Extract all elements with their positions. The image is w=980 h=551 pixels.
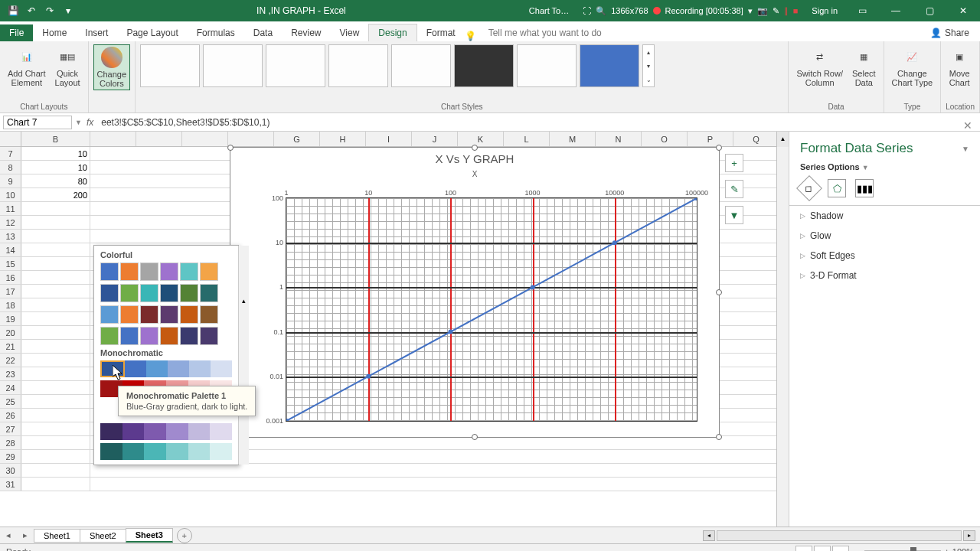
save-icon[interactable]: 💾 — [5, 2, 21, 19]
fill-line-tab-icon[interactable]: ◇ — [796, 175, 822, 201]
tab-insert[interactable]: Insert — [76, 24, 117, 41]
cell[interactable] — [21, 340, 90, 353]
cell[interactable] — [21, 422, 90, 435]
tab-view[interactable]: View — [331, 24, 369, 41]
effects-tab-icon[interactable]: ⬠ — [828, 179, 846, 197]
cell[interactable] — [21, 230, 90, 243]
move-chart-button[interactable]: ▣ Move Chart — [946, 44, 973, 89]
cell[interactable] — [21, 271, 90, 284]
sign-in-button[interactable]: Sign in — [804, 6, 845, 15]
row-header[interactable]: 16 — [0, 271, 21, 284]
ribbon-options-icon[interactable]: ▭ — [845, 0, 879, 21]
switch-row-column-button[interactable]: ⇄ Switch Row/ Column — [793, 44, 846, 89]
series-options-tab-icon[interactable]: ▮▮▮ — [855, 179, 874, 197]
row-header[interactable]: 8 — [0, 161, 21, 174]
row-header[interactable]: 23 — [0, 367, 21, 380]
row-header[interactable]: 10 — [0, 188, 21, 201]
mono-palette-item[interactable] — [188, 423, 211, 440]
chart-style-8[interactable] — [580, 44, 639, 87]
chart-style-3[interactable] — [266, 44, 325, 87]
row-header[interactable]: 26 — [0, 409, 21, 422]
mono-palette-item[interactable] — [125, 360, 146, 377]
col-header-B[interactable]: B — [21, 132, 90, 146]
tab-formulas[interactable]: Formulas — [188, 24, 244, 41]
col-header-Q[interactable]: Q — [733, 132, 779, 146]
col-header-O[interactable]: O — [642, 132, 688, 146]
row-header[interactable]: 28 — [0, 436, 21, 449]
row-header[interactable]: 7 — [0, 147, 21, 160]
redo-icon[interactable]: ↷ — [41, 2, 58, 19]
mono-palette-item[interactable] — [210, 443, 232, 460]
col-header-F[interactable] — [228, 132, 274, 146]
row-header[interactable]: 20 — [0, 326, 21, 339]
color-swatch[interactable] — [120, 262, 139, 281]
color-swatch[interactable] — [160, 262, 178, 281]
color-swatch[interactable] — [100, 327, 119, 345]
sheet-nav-prev[interactable]: ◂ — [0, 530, 17, 540]
chart-handle-nw[interactable] — [227, 145, 234, 151]
chart-handle-n[interactable] — [472, 145, 478, 151]
cell[interactable] — [21, 326, 90, 339]
row-header[interactable]: 24 — [0, 381, 21, 394]
chart-filter-fab[interactable]: ▼ — [725, 206, 743, 224]
name-box-dropdown-icon[interactable]: ▼ — [75, 119, 82, 126]
color-swatch[interactable] — [160, 284, 178, 302]
col-header-I[interactable]: I — [366, 132, 412, 146]
row-header[interactable]: 15 — [0, 257, 21, 270]
mono-palette-1[interactable] — [100, 360, 125, 377]
mono-palette-item[interactable] — [189, 360, 211, 377]
col-header-N[interactable]: N — [596, 132, 642, 146]
cell[interactable] — [21, 464, 90, 477]
chart-handle-s[interactable] — [472, 434, 478, 440]
color-swatch[interactable] — [140, 284, 158, 302]
col-header-K[interactable]: K — [458, 132, 504, 146]
glow-option[interactable]: ▷Glow — [789, 226, 980, 246]
qat-customize-icon[interactable]: ▾ — [60, 2, 77, 19]
mono-palette-item[interactable] — [188, 443, 211, 460]
color-swatch[interactable] — [200, 284, 218, 302]
name-box[interactable]: Chart 7 — [3, 116, 72, 129]
row-header[interactable]: 19 — [0, 312, 21, 325]
mono-palette-item[interactable] — [100, 443, 122, 460]
col-header-E[interactable] — [182, 132, 228, 146]
add-chart-element-button[interactable]: 📊 Add Chart Element — [5, 44, 49, 89]
mono-palette-item[interactable] — [144, 443, 166, 460]
sheet-tab-2[interactable]: Sheet2 — [80, 529, 126, 543]
chart-styles-fab[interactable]: ✎ — [725, 180, 743, 198]
row-header[interactable]: 11 — [0, 202, 21, 215]
chart-series-line[interactable] — [286, 198, 697, 421]
mono-palette-item[interactable] — [100, 423, 122, 440]
row-header[interactable]: 18 — [0, 298, 21, 311]
color-swatch[interactable] — [140, 327, 158, 345]
shadow-option[interactable]: ▷Shadow — [789, 206, 980, 226]
mono-palette-item[interactable] — [168, 360, 189, 377]
cell[interactable] — [21, 354, 90, 367]
color-swatch[interactable] — [140, 262, 158, 281]
hscroll-right[interactable]: ▸ — [963, 530, 975, 541]
hscroll-left[interactable]: ◂ — [703, 530, 715, 541]
chart-style-6[interactable] — [454, 44, 514, 87]
vscroll-up[interactable]: ▲ — [776, 132, 789, 147]
cell[interactable] — [21, 298, 90, 311]
mono-palette-item[interactable] — [122, 443, 145, 460]
col-header-G[interactable]: G — [274, 132, 320, 146]
vertical-scrollbar[interactable] — [776, 147, 789, 527]
row-header[interactable]: 30 — [0, 464, 21, 477]
row-header[interactable]: 12 — [0, 216, 21, 229]
col-header-M[interactable]: M — [550, 132, 596, 146]
cell[interactable]: 80 — [21, 174, 90, 187]
color-swatch[interactable] — [200, 305, 218, 324]
tab-page-layout[interactable]: Page Layout — [117, 24, 187, 41]
cell[interactable] — [21, 436, 90, 449]
col-header-L[interactable]: L — [504, 132, 550, 146]
chart-plot-area[interactable]: 1 10 100 1000 10000 100000 100 10 1 0.1 … — [286, 197, 697, 422]
row-header[interactable]: 31 — [0, 478, 21, 491]
col-header-H[interactable]: H — [320, 132, 366, 146]
change-chart-type-button[interactable]: 📈 Change Chart Type — [889, 44, 936, 89]
tell-me-input[interactable]: Tell me what you want to do — [479, 24, 920, 41]
quick-layout-button[interactable]: ▦▤ Quick Layout — [52, 44, 83, 89]
chart-style-scroll[interactable]: ▴▾⌄ — [642, 44, 655, 87]
color-swatch[interactable] — [180, 327, 198, 345]
mono-palette-item[interactable] — [122, 423, 145, 440]
tab-home[interactable]: Home — [33, 24, 76, 41]
